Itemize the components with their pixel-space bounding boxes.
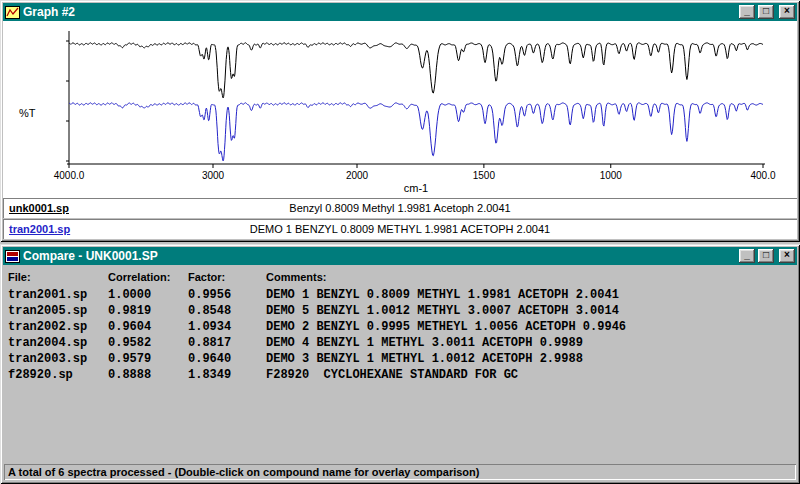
- table-row: tran2005.sp 0.9819 0.8548 DEMO 5 BENZYL …: [8, 303, 794, 319]
- legend-row-reference: tran2001.sp DEMO 1 BENZYL 0.8009 METHYL …: [3, 219, 797, 239]
- table-row: tran2002.sp 0.9604 1.0934 DEMO 2 BENZYL …: [8, 319, 794, 335]
- result-factor: 0.9640: [188, 352, 266, 366]
- result-correlation: 0.9579: [108, 352, 188, 366]
- legend-description: DEMO 1 BENZYL 0.8009 METHYL 1.9981 ACETO…: [3, 223, 797, 235]
- legend-file-link[interactable]: unk0001.sp: [3, 202, 69, 214]
- result-file-name[interactable]: tran2003.sp: [8, 352, 108, 366]
- minimize-button[interactable]: _: [739, 5, 755, 19]
- results-header-row: File: Correlation: Factor: Comments:: [8, 271, 794, 283]
- result-correlation: 0.8888: [108, 368, 188, 382]
- result-comments: DEMO 2 BENZYL 0.9995 METHEYL 1.0056 ACET…: [266, 320, 794, 334]
- result-file-name[interactable]: f28920.sp: [8, 368, 108, 382]
- graph-window: Graph #2 _ □ × 4000.03000200015001000400…: [0, 0, 800, 242]
- compare-window: Compare - UNK0001.SP _ □ × File: Correla…: [0, 244, 800, 484]
- graph-window-title: Graph #2: [23, 5, 736, 19]
- status-text: A total of 6 spectra processed - (Double…: [8, 466, 479, 478]
- result-file-name[interactable]: tran2001.sp: [8, 288, 108, 302]
- legend-description: Benzyl 0.8009 Methyl 1.9981 Acetoph 2.00…: [3, 202, 797, 214]
- table-row: tran2004.sp 0.9582 0.8817 DEMO 4 BENZYL …: [8, 335, 794, 351]
- compare-icon[interactable]: [5, 250, 20, 263]
- svg-text:1500: 1500: [473, 170, 496, 181]
- result-comments: DEMO 4 BENZYL 1 METHYL 3.0011 ACETOPH 0.…: [266, 336, 794, 350]
- graph-window-titlebar[interactable]: Graph #2 _ □ ×: [3, 3, 797, 21]
- svg-text:cm-1: cm-1: [404, 182, 428, 194]
- legend-row-unknown: unk0001.sp Benzyl 0.8009 Methyl 1.9981 A…: [3, 198, 797, 218]
- result-file-name[interactable]: tran2004.sp: [8, 336, 108, 350]
- column-header-factor: Factor:: [188, 271, 266, 283]
- column-header-comments: Comments:: [266, 271, 794, 283]
- result-correlation: 0.9819: [108, 304, 188, 318]
- result-factor: 0.9956: [188, 288, 266, 302]
- result-correlation: 0.9582: [108, 336, 188, 350]
- svg-text:400.0: 400.0: [750, 170, 775, 181]
- column-header-correlation: Correlation:: [108, 271, 188, 283]
- graph-icon[interactable]: [5, 6, 20, 19]
- table-row: f28920.sp 0.8888 1.8349 F28920 CYCLOHEXA…: [8, 367, 794, 383]
- result-file-name[interactable]: tran2002.sp: [8, 320, 108, 334]
- result-comments: F28920 CYCLOHEXANE STANDARD FOR GC: [266, 368, 794, 382]
- compare-window-title: Compare - UNK0001.SP: [23, 249, 736, 263]
- result-factor: 0.8548: [188, 304, 266, 318]
- svg-text:%T: %T: [19, 107, 36, 119]
- status-bar: A total of 6 spectra processed - (Double…: [4, 464, 796, 480]
- legend-file-link[interactable]: tran2001.sp: [3, 223, 70, 235]
- ir-spectra-chart: 4000.03000200015001000400.0cm-1%T: [3, 21, 797, 198]
- table-row: tran2003.sp 0.9579 0.9640 DEMO 3 BENZYL …: [8, 351, 794, 367]
- result-comments: DEMO 5 BENZYL 1.0012 METHYL 3.0007 ACETO…: [266, 304, 794, 318]
- result-factor: 1.8349: [188, 368, 266, 382]
- result-correlation: 0.9604: [108, 320, 188, 334]
- close-icon[interactable]: ×: [779, 5, 795, 19]
- maximize-button[interactable]: □: [758, 5, 774, 19]
- desktop: { "controls": {"minimize": "_", "maximiz…: [0, 0, 800, 484]
- svg-text:3000: 3000: [202, 170, 225, 181]
- table-row: tran2001.sp 1.0000 0.9956 DEMO 1 BENZYL …: [8, 287, 794, 303]
- result-file-name[interactable]: tran2005.sp: [8, 304, 108, 318]
- result-factor: 1.0934: [188, 320, 266, 334]
- minimize-button[interactable]: _: [739, 249, 755, 263]
- column-header-file: File:: [8, 271, 108, 283]
- close-icon[interactable]: ×: [779, 249, 795, 263]
- svg-text:2000: 2000: [346, 170, 369, 181]
- result-correlation: 1.0000: [108, 288, 188, 302]
- result-factor: 0.8817: [188, 336, 266, 350]
- maximize-button[interactable]: □: [758, 249, 774, 263]
- result-comments: DEMO 3 BENZYL 1 METHYL 1.0012 ACETOPH 2.…: [266, 352, 794, 366]
- svg-text:4000.0: 4000.0: [54, 170, 85, 181]
- results-table: tran2001.sp 1.0000 0.9956 DEMO 1 BENZYL …: [8, 287, 794, 383]
- spectra-plot-area: 4000.03000200015001000400.0cm-1%T: [3, 21, 797, 198]
- compare-window-titlebar[interactable]: Compare - UNK0001.SP _ □ ×: [3, 247, 797, 265]
- result-comments: DEMO 1 BENZYL 0.8009 METHYL 1.9981 ACETO…: [266, 288, 794, 302]
- svg-text:1000: 1000: [600, 170, 623, 181]
